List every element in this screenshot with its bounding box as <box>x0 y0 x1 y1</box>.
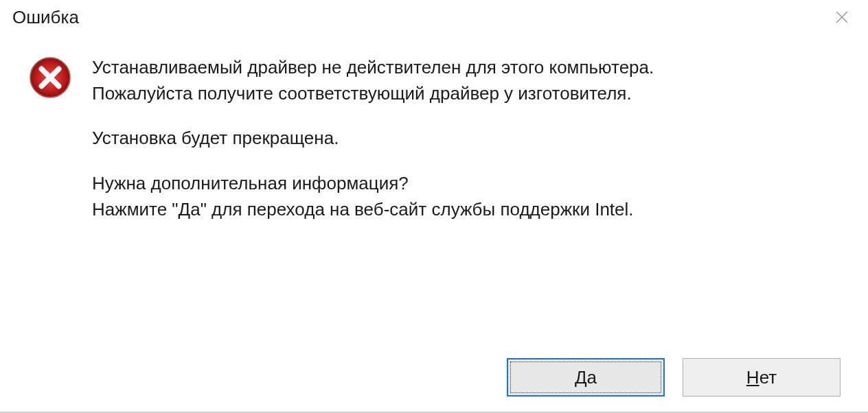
no-button[interactable]: Нет <box>683 358 841 397</box>
message-line-4: Нужна дополнительная информация? <box>92 171 847 197</box>
button-row: Да Нет <box>507 358 841 397</box>
icon-column <box>29 55 71 102</box>
yes-mnemonic: Д <box>575 367 587 388</box>
yes-button[interactable]: Да <box>507 358 665 397</box>
dialog-title: Ошибка <box>12 7 79 28</box>
close-icon <box>836 11 848 23</box>
error-icon <box>29 56 71 99</box>
message-column: Устанавливаемый драйвер не действителен … <box>92 55 847 222</box>
message-line-1: Устанавливаемый драйвер не действителен … <box>92 55 847 81</box>
message-line-5: Нажмите "Да" для перехода на веб-сайт сл… <box>92 197 847 223</box>
message-line-2: Пожалуйста получите соответствующий драй… <box>92 81 847 107</box>
message-line-3: Установка будет прекращена. <box>92 126 847 152</box>
no-mnemonic: Н <box>746 367 760 388</box>
titlebar: Ошибка <box>0 0 868 34</box>
no-rest: ет <box>760 367 777 388</box>
yes-rest: а <box>587 367 597 388</box>
dialog-content: Устанавливаемый драйвер не действителен … <box>0 34 868 222</box>
close-button[interactable] <box>828 7 856 27</box>
